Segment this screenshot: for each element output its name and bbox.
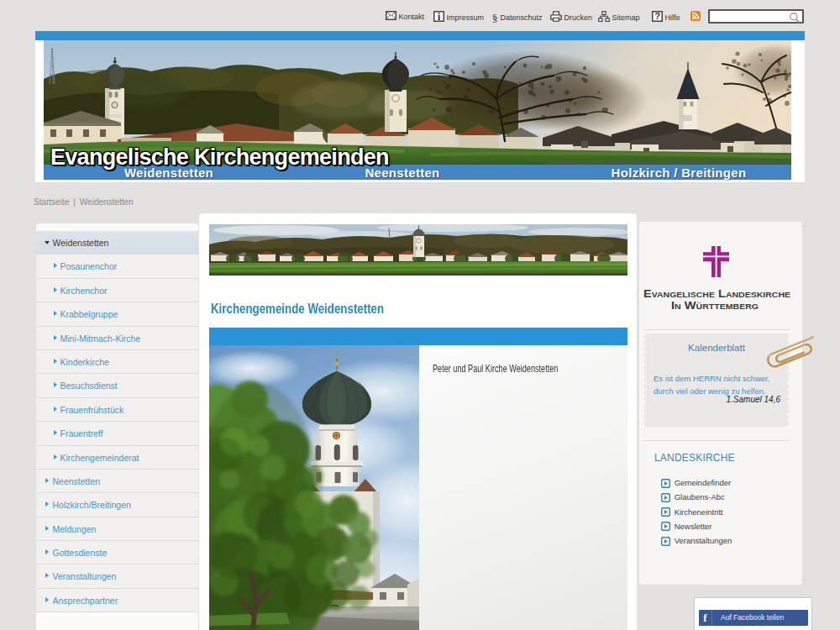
svg-text:§: § [492,12,498,24]
svg-text:Evangelische Landeskirche: Evangelische Landeskirche [643,288,790,300]
svg-text:?: ? [654,11,659,21]
svg-text:In Württemberg: In Württemberg [671,300,759,312]
